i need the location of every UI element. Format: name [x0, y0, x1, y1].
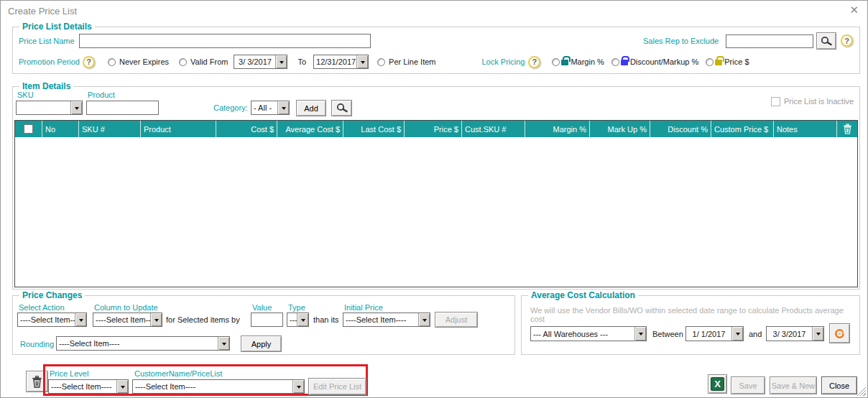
chevron-down-icon[interactable] [150, 313, 162, 326]
promotion-period-label: Promotion Period [19, 57, 80, 66]
price-list-inactive-checkbox[interactable] [771, 97, 780, 106]
type-combo[interactable]: --- [287, 313, 309, 327]
end-date-value: 3/ 3/2017 [767, 330, 812, 338]
chevron-down-icon[interactable] [70, 101, 82, 114]
col-sku[interactable]: SKU # [79, 121, 141, 137]
customer-pricelist-value: ----Select Item---- [133, 382, 292, 391]
value-label: Value [252, 303, 272, 312]
customer-pricelist-label: CustomerName/PriceList [134, 369, 222, 378]
start-date-value: 1/ 1/2017 [686, 330, 731, 338]
item-search-button[interactable] [331, 100, 352, 116]
save-new-button[interactable]: Save & New [770, 376, 817, 394]
warehouse-combo[interactable]: --- All Warehouses --- [530, 326, 647, 341]
price-level-label: Price Level [50, 369, 88, 378]
lock-margin-radio[interactable] [552, 58, 560, 66]
lock-pricing-help-icon[interactable]: ? [528, 56, 540, 68]
close-button[interactable]: Close [821, 376, 857, 394]
chevron-down-icon[interactable] [277, 101, 289, 114]
valid-to-date-picker[interactable]: 12/31/2017 [313, 55, 369, 69]
sku-combo[interactable] [16, 101, 83, 115]
col-custom-price[interactable]: Custom Price $ [711, 121, 774, 137]
lock-pricing-label: Lock Pricing [482, 57, 525, 66]
edit-price-list-button[interactable]: Edit Price List [308, 378, 366, 395]
select-all-header-cell[interactable] [15, 121, 42, 137]
sales-rep-help-icon[interactable]: ? [841, 34, 853, 47]
valid-from-radio[interactable] [179, 58, 187, 66]
export-excel-button[interactable]: X [708, 374, 727, 394]
value-input[interactable] [251, 313, 283, 327]
col-price[interactable]: Price $ [405, 121, 462, 137]
col-notes[interactable]: Notes [774, 121, 837, 137]
col-cost[interactable]: Cost $ [216, 121, 277, 137]
lock-price-label: Price $ [724, 57, 749, 66]
lock-price-radio[interactable] [706, 58, 714, 66]
col-no[interactable]: No [42, 121, 79, 137]
start-date-picker[interactable]: 1/ 1/2017 [685, 326, 744, 341]
chevron-down-icon[interactable] [634, 327, 646, 341]
col-mark-up[interactable]: Mark Up % [590, 121, 650, 137]
col-product[interactable]: Product [141, 121, 216, 137]
col-average-cost[interactable]: Average Cost $ [277, 121, 343, 137]
category-combo[interactable]: - All - [251, 101, 290, 115]
never-expires-label: Never Expires [119, 57, 169, 66]
col-cust-sku[interactable]: Cust.SKU # [462, 121, 525, 137]
items-grid: No SKU # Product Cost $ Average Cost $ L… [14, 120, 858, 287]
avg-cost-title: Average Cost Calculation [528, 290, 638, 300]
promotion-period-help-icon[interactable]: ? [83, 56, 95, 68]
col-margin[interactable]: Margin % [525, 121, 590, 137]
sales-rep-input[interactable] [726, 34, 813, 48]
valid-from-date-picker[interactable]: 3/ 3/2017 [234, 55, 287, 69]
category-label: Category: [213, 103, 248, 112]
select-action-combo[interactable]: ----Select Item---- [17, 313, 87, 327]
category-combo-value: - All - [251, 103, 277, 112]
chevron-down-icon[interactable] [218, 337, 229, 350]
save-button[interactable]: Save [731, 376, 765, 394]
price-level-combo[interactable]: ----Select Item---- [48, 379, 129, 394]
title-bar: Create Price List ✕ [1, 1, 867, 21]
valid-from-label: Valid From [190, 57, 228, 66]
chevron-down-icon[interactable] [292, 380, 304, 393]
column-to-update-combo[interactable]: ----Select Item---- [93, 313, 162, 327]
select-all-checkbox[interactable] [24, 124, 33, 134]
customer-pricelist-combo[interactable]: ----Select Item---- [132, 379, 305, 394]
type-label: Type [288, 303, 305, 312]
trash-icon[interactable] [843, 124, 852, 134]
rounding-combo[interactable]: ----Select Item---- [56, 336, 230, 351]
col-discount[interactable]: Discount % [650, 121, 711, 137]
lock-discount-radio[interactable] [611, 58, 619, 66]
add-button[interactable]: Add [296, 100, 326, 116]
product-input[interactable] [86, 101, 159, 115]
lock-icon-blue [621, 60, 628, 65]
chevron-down-icon[interactable] [812, 327, 823, 341]
sku-label: SKU [17, 91, 34, 99]
chevron-down-icon[interactable] [116, 380, 128, 393]
sales-rep-search-button[interactable] [816, 32, 836, 50]
price-changes-group: Price Changes Select Action ----Select I… [12, 295, 515, 355]
between-label: Between [652, 330, 683, 338]
end-date-picker[interactable]: 3/ 3/2017 [766, 326, 824, 341]
chevron-down-icon[interactable] [356, 55, 368, 68]
chevron-down-icon[interactable] [418, 313, 430, 326]
initial-price-combo[interactable]: ----Select Item---- [343, 313, 430, 327]
dialog-title: Create Price List [8, 6, 77, 17]
inactive-checkbox-row: Price List is Inactive [771, 94, 854, 108]
never-expires-radio[interactable] [108, 58, 116, 66]
close-icon[interactable]: ✕ [849, 4, 859, 16]
resize-grip[interactable] [856, 386, 866, 396]
price-list-name-label: Price List Name [19, 37, 75, 45]
col-delete-header[interactable] [837, 121, 857, 137]
col-last-cost[interactable]: Last Cost $ [343, 121, 405, 137]
chevron-down-icon[interactable] [75, 313, 86, 326]
chevron-down-icon[interactable] [275, 55, 287, 68]
search-icon [820, 36, 833, 47]
adjust-button[interactable]: Adjust [435, 312, 478, 328]
chevron-down-icon[interactable] [297, 313, 308, 326]
recalculate-button[interactable] [829, 323, 850, 343]
per-line-item-radio[interactable] [377, 58, 385, 66]
promotion-period-row: Promotion Period ? Never Expires Valid F… [19, 55, 854, 69]
to-label: To [297, 57, 306, 66]
chevron-down-icon[interactable] [731, 327, 743, 341]
apply-button[interactable]: Apply [241, 335, 282, 352]
price-list-name-input[interactable] [79, 34, 371, 48]
lock-icon-teal [561, 60, 568, 65]
